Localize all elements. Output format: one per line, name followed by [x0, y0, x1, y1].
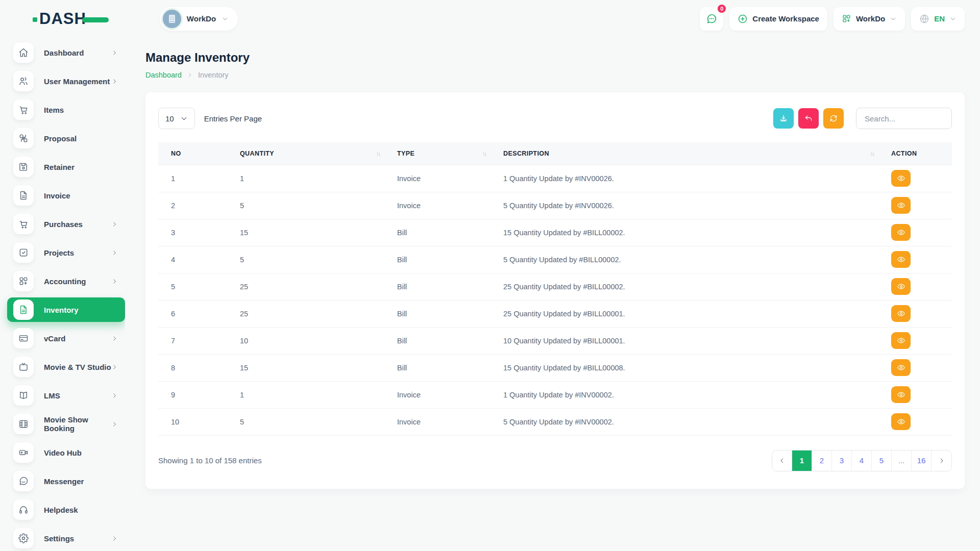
pagination-prev[interactable]: [772, 450, 792, 471]
entries-per-page-value: 10: [165, 114, 174, 123]
brand-logo[interactable]: DASH: [33, 10, 109, 28]
messages-button[interactable]: 0: [700, 7, 723, 31]
row-description: 15 Quantity Updated by #BILL00002.: [498, 219, 886, 246]
create-workspace-button[interactable]: Create Workspace: [729, 7, 827, 31]
main-content: Manage Inventory Dashboard Inventory 10 …: [125, 37, 980, 551]
sidebar-item-projects[interactable]: Projects: [7, 240, 125, 265]
row-quantity: 1: [235, 165, 392, 192]
sidebar-item-dashboard[interactable]: Dashboard: [7, 40, 125, 65]
sidebar-item-invoice[interactable]: Invoice: [7, 183, 125, 208]
pagination-page-5[interactable]: 5: [872, 450, 892, 471]
sidebar-item-inventory[interactable]: Inventory: [7, 297, 125, 322]
eye-icon: [897, 201, 905, 210]
chevron-right-icon: [111, 249, 118, 256]
sidebar-item-helpdesk[interactable]: Helpdesk: [7, 497, 125, 522]
headphones-icon: [18, 505, 29, 515]
sidebar-item-accounting[interactable]: Accounting: [7, 269, 125, 293]
sidebar-item-label: Video Hub: [44, 448, 82, 457]
chevron-right-icon: [111, 335, 118, 342]
row-action: [886, 273, 952, 300]
row-action: [886, 327, 952, 354]
breadcrumb-dashboard-link[interactable]: Dashboard: [145, 71, 182, 79]
view-button[interactable]: [891, 359, 911, 376]
pagination-page-4[interactable]: 4: [852, 450, 872, 471]
sidebar-item-video-hub[interactable]: Video Hub: [7, 440, 125, 465]
sidebar-item-purchases[interactable]: Purchases: [7, 212, 125, 236]
chevron-right-icon: [111, 278, 118, 285]
sort-icon[interactable]: ↑↓: [482, 151, 493, 157]
sidebar-icon-tile: [13, 414, 34, 434]
sidebar-item-messenger[interactable]: Messenger: [7, 469, 125, 493]
view-button[interactable]: [891, 224, 911, 241]
row-type: Bill: [392, 219, 498, 246]
entries-per-page-select[interactable]: 10: [158, 108, 195, 129]
view-button[interactable]: [891, 170, 911, 187]
pagination-page-1[interactable]: 1: [792, 450, 812, 471]
column-header-no: NO: [158, 142, 235, 165]
language-selector[interactable]: EN: [911, 7, 965, 31]
chat-dots-icon: [706, 13, 717, 24]
table-row: 25Invoice5 Quantity Update by #INV00026.: [158, 192, 952, 219]
row-no: 7: [158, 327, 235, 354]
row-type: Invoice: [392, 192, 498, 219]
sidebar-item-lms[interactable]: LMS: [7, 383, 125, 408]
row-action: [886, 300, 952, 327]
inventory-table: NOQUANTITY↑↓TYPE↑↓DESCRIPTION↑↓ACTION 11…: [158, 142, 952, 436]
sidebar-item-retainer[interactable]: Retainer: [7, 155, 125, 179]
row-no: 9: [158, 381, 235, 408]
inventory-card: 10 Entries Per Page NOQUANTITY↑↓TYPE↑↓DE…: [145, 92, 965, 489]
view-button[interactable]: [891, 197, 911, 214]
undo-button[interactable]: [798, 108, 819, 129]
chevron-right-icon: [111, 392, 118, 399]
sidebar-icon-tile: [13, 99, 34, 120]
workspace-selector[interactable]: WorkDo: [160, 7, 238, 31]
workspace-switcher-button[interactable]: WorkDo: [834, 7, 905, 31]
sort-icon[interactable]: ↑↓: [870, 151, 881, 157]
column-header-description: DESCRIPTION↑↓: [498, 142, 886, 165]
view-button[interactable]: [891, 251, 911, 268]
sidebar-item-label: Dashboard: [44, 48, 84, 57]
sidebar-item-label: Movie & TV Studio: [44, 363, 111, 371]
view-button[interactable]: [891, 278, 911, 295]
grid-swap-icon: [18, 133, 29, 143]
view-button[interactable]: [891, 332, 911, 349]
pagination-page-2[interactable]: 2: [812, 450, 832, 471]
pagination-next[interactable]: [932, 450, 951, 471]
sidebar-item-proposal[interactable]: Proposal: [7, 126, 125, 151]
row-quantity: 15: [235, 354, 392, 381]
eye-icon: [897, 336, 905, 345]
sidebar-item-movie-tv-studio[interactable]: Movie & TV Studio: [7, 355, 125, 379]
table-controls: 10 Entries Per Page: [158, 108, 952, 129]
chevron-right-icon: [111, 364, 118, 370]
sort-icon[interactable]: ↑↓: [376, 151, 387, 157]
chevron-down-icon: [949, 15, 957, 22]
create-workspace-label: Create Workspace: [752, 14, 819, 23]
table-row: 91Invoice1 Quantity Update by #INV00002.: [158, 381, 952, 408]
sidebar-item-label: Items: [44, 106, 64, 114]
sidebar-icon-tile: [13, 499, 34, 520]
undo-icon: [804, 114, 813, 123]
export-button[interactable]: [773, 108, 794, 129]
pagination-page-16[interactable]: 16: [912, 450, 932, 471]
chevron-right-icon: [111, 49, 118, 56]
sidebar-item-vcard[interactable]: vCard: [7, 326, 125, 350]
sidebar-item-settings[interactable]: Settings: [7, 526, 125, 550]
view-button[interactable]: [891, 413, 911, 430]
eye-icon: [897, 417, 905, 426]
plus-circle-icon: [738, 14, 748, 24]
sidebar-item-items[interactable]: Items: [7, 97, 125, 122]
column-label: QUANTITY: [240, 150, 274, 157]
sidebar-item-movie-show-booking[interactable]: Movie Show Booking: [7, 412, 125, 436]
chevron-right-icon: [187, 72, 193, 78]
sidebar-item-user-management[interactable]: User Management: [7, 69, 125, 93]
row-action: [886, 354, 952, 381]
view-button[interactable]: [891, 386, 911, 403]
refresh-button[interactable]: [823, 108, 844, 129]
row-type: Invoice: [392, 381, 498, 408]
search-input[interactable]: [856, 108, 952, 129]
view-button[interactable]: [891, 305, 911, 322]
topbar-actions: 0 Create Workspace WorkDo EN: [700, 7, 965, 31]
pagination-page-3[interactable]: 3: [832, 450, 852, 471]
sidebar-icon-tile: [13, 299, 34, 320]
row-no: 1: [158, 165, 235, 192]
